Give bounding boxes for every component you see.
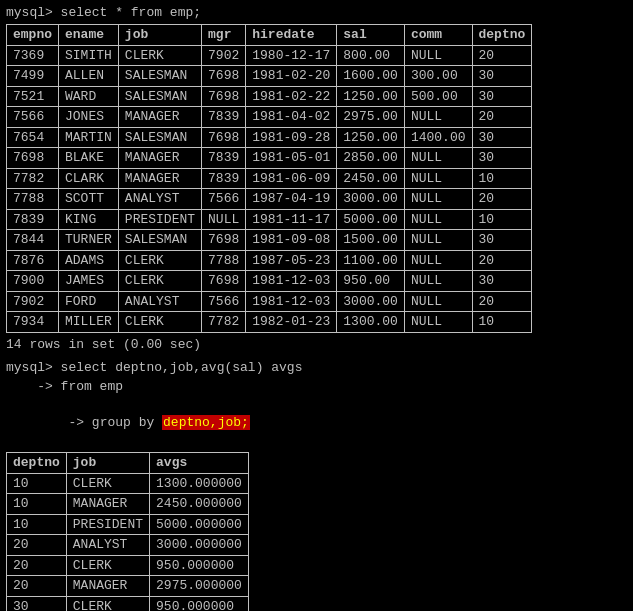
table-cell: 10 — [7, 473, 67, 494]
table-row: 7839KINGPRESIDENTNULL1981-11-175000.00NU… — [7, 209, 532, 230]
table1-col-header: deptno — [472, 25, 532, 46]
table-cell: BLAKE — [59, 148, 119, 169]
table-cell: 7788 — [7, 189, 59, 210]
table-row: 7902FORDANALYST75661981-12-033000.00NULL… — [7, 291, 532, 312]
table-cell: 950.00 — [337, 271, 405, 292]
table-cell: 500.00 — [404, 86, 472, 107]
table1-col-header: ename — [59, 25, 119, 46]
table-cell: 7698 — [202, 271, 246, 292]
table-cell: 7369 — [7, 45, 59, 66]
table-row: 7521WARDSALESMAN76981981-02-221250.00500… — [7, 86, 532, 107]
table-row: 7566JONESMANAGER78391981-04-022975.00NUL… — [7, 107, 532, 128]
table-cell: 10 — [7, 514, 67, 535]
table-cell: MANAGER — [66, 494, 149, 515]
table-cell: 7782 — [202, 312, 246, 333]
table-cell: 7698 — [202, 86, 246, 107]
table-cell: 20 — [472, 291, 532, 312]
table-cell: 10 — [472, 312, 532, 333]
table-cell: 1100.00 — [337, 250, 405, 271]
table-cell: MANAGER — [66, 576, 149, 597]
table-cell: 2975.000000 — [150, 576, 249, 597]
table-cell: 1981-04-02 — [246, 107, 337, 128]
table-cell: SIMITH — [59, 45, 119, 66]
table-cell: CLERK — [66, 473, 149, 494]
table-cell: 20 — [7, 535, 67, 556]
table-cell: CLERK — [118, 250, 201, 271]
prompt1: mysql> select * from emp; — [6, 4, 627, 22]
table-cell: 7788 — [202, 250, 246, 271]
table1-wrapper: empnoenamejobmgrhiredatesalcommdeptno 73… — [6, 24, 627, 333]
table-cell: 7698 — [202, 66, 246, 87]
table-cell: ANALYST — [118, 189, 201, 210]
table-cell: WARD — [59, 86, 119, 107]
table-cell: 7566 — [202, 291, 246, 312]
table-cell: CLARK — [59, 168, 119, 189]
table-cell: 800.00 — [337, 45, 405, 66]
table1-col-header: empno — [7, 25, 59, 46]
table-row: 7788SCOTTANALYST75661987-04-193000.00NUL… — [7, 189, 532, 210]
table-cell: JAMES — [59, 271, 119, 292]
table-cell: 10 — [472, 209, 532, 230]
table-cell: 7839 — [202, 148, 246, 169]
table-cell: 1982-01-23 — [246, 312, 337, 333]
table-cell: NULL — [404, 45, 472, 66]
table-cell: 2975.00 — [337, 107, 405, 128]
table-cell: 1250.00 — [337, 127, 405, 148]
table-cell: 1600.00 — [337, 66, 405, 87]
table-cell: 2450.00 — [337, 168, 405, 189]
table-cell: MARTIN — [59, 127, 119, 148]
table-cell: 20 — [472, 189, 532, 210]
table-cell: PRESIDENT — [118, 209, 201, 230]
table-row: 7369SIMITHCLERK79021980-12-17800.00NULL2… — [7, 45, 532, 66]
table-cell: 7839 — [7, 209, 59, 230]
table-cell: 30 — [472, 230, 532, 251]
table-cell: ALLEN — [59, 66, 119, 87]
table-row: 20MANAGER2975.000000 — [7, 576, 249, 597]
table-cell: ANALYST — [66, 535, 149, 556]
table-cell: 3000.00 — [337, 291, 405, 312]
table-cell: 20 — [472, 250, 532, 271]
table-cell: 3000.000000 — [150, 535, 249, 556]
table-cell: 3000.00 — [337, 189, 405, 210]
table-row: 20CLERK950.000000 — [7, 555, 249, 576]
table-cell: 30 — [472, 86, 532, 107]
table-cell: 1500.00 — [337, 230, 405, 251]
table-cell: 10 — [7, 494, 67, 515]
table-cell: PRESIDENT — [66, 514, 149, 535]
table-cell: 1981-12-03 — [246, 271, 337, 292]
table-cell: FORD — [59, 291, 119, 312]
table-row: 10PRESIDENT5000.000000 — [7, 514, 249, 535]
table-cell: 7698 — [202, 127, 246, 148]
table-row: 7876ADAMSCLERK77881987-05-231100.00NULL2… — [7, 250, 532, 271]
table-cell: NULL — [404, 168, 472, 189]
table-row: 7934MILLERCLERK77821982-01-231300.00NULL… — [7, 312, 532, 333]
table-cell: 1300.00 — [337, 312, 405, 333]
prompt2b: -> from emp — [6, 378, 627, 396]
table-cell: 1981-05-01 — [246, 148, 337, 169]
table-cell: 7521 — [7, 86, 59, 107]
highlight-groupby: deptno,job; — [162, 415, 250, 430]
table-cell: 7566 — [7, 107, 59, 128]
table-cell: JONES — [59, 107, 119, 128]
table-cell: 30 — [472, 127, 532, 148]
table-cell: 7698 — [202, 230, 246, 251]
table-cell: 1987-05-23 — [246, 250, 337, 271]
table-cell: NULL — [404, 189, 472, 210]
table-cell: 7902 — [7, 291, 59, 312]
table-cell: 30 — [472, 66, 532, 87]
table-cell: NULL — [404, 230, 472, 251]
table-cell: 2450.000000 — [150, 494, 249, 515]
table-cell: NULL — [404, 291, 472, 312]
table-cell: 7654 — [7, 127, 59, 148]
table-cell: 1980-12-17 — [246, 45, 337, 66]
table-cell: SCOTT — [59, 189, 119, 210]
table-cell: SALESMAN — [118, 127, 201, 148]
table-cell: 7499 — [7, 66, 59, 87]
table-cell: NULL — [202, 209, 246, 230]
table-cell: CLERK — [66, 555, 149, 576]
table-cell: SALESMAN — [118, 66, 201, 87]
table-cell: 7566 — [202, 189, 246, 210]
table-cell: NULL — [404, 148, 472, 169]
table-cell: 7876 — [7, 250, 59, 271]
prompt2c: -> group by deptno,job; — [6, 396, 627, 451]
